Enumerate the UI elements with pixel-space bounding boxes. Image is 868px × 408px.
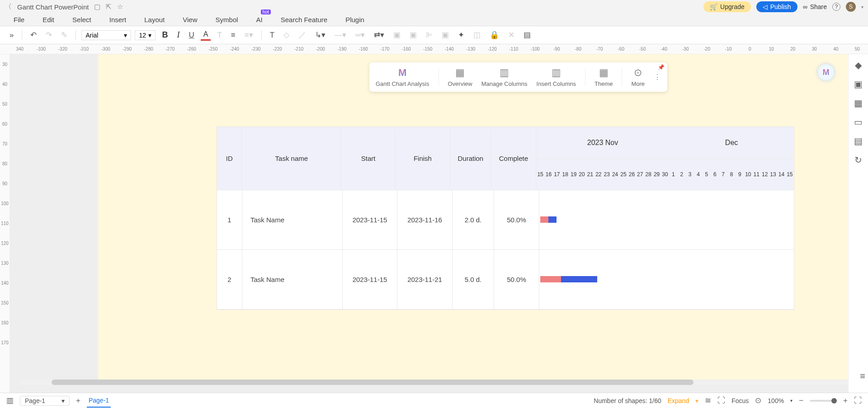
ctx-more[interactable]: ⊙More <box>631 67 645 87</box>
col-header-name[interactable]: Task name <box>242 127 341 190</box>
undo-icon[interactable]: ↶ <box>28 29 39 41</box>
zoom-chevron-icon[interactable]: ▾ <box>790 398 793 403</box>
font-color-button[interactable]: A <box>201 29 211 41</box>
edit-shape-icon[interactable]: ◫ <box>471 29 483 41</box>
share-button[interactable]: ∞Share <box>803 3 827 10</box>
page-tab[interactable]: Page-1 <box>87 394 111 408</box>
save-icon[interactable]: ▢ <box>94 3 100 11</box>
bold-button[interactable]: B <box>159 29 170 41</box>
font-family-select[interactable]: Arial▾ <box>81 30 131 40</box>
menu-search-feature[interactable]: Search Feature <box>281 16 327 23</box>
star-icon[interactable]: ☆ <box>117 3 123 11</box>
expand-panel-icon[interactable]: » <box>7 30 16 41</box>
italic-button[interactable]: I <box>174 29 182 41</box>
pages-panel-icon[interactable]: ▥ <box>6 396 14 405</box>
line-style-icon[interactable]: —▾ <box>332 29 349 41</box>
ai-assistant-badge[interactable]: M <box>818 64 834 80</box>
cell-finish[interactable]: 2023-11-21 <box>397 250 453 309</box>
cell-start[interactable]: 2023-11-15 <box>343 250 397 309</box>
line-weight-icon[interactable]: ═▾ <box>353 29 368 41</box>
gantt-chart[interactable]: ID Task name Start Finish Duration Compl… <box>217 127 794 310</box>
notes-icon[interactable]: ▤ <box>854 136 863 146</box>
shapes-library-icon[interactable]: ▣ <box>854 79 863 89</box>
bring-front-icon[interactable]: ▣ <box>391 29 403 41</box>
connector-icon[interactable]: ↳▾ <box>312 29 328 41</box>
cell-start[interactable]: 2023-11-15 <box>343 190 397 249</box>
focus-label[interactable]: Focus <box>731 397 749 404</box>
focus-mode-icon[interactable]: ⛶ <box>717 396 725 405</box>
redo-icon[interactable]: ↷ <box>43 29 55 41</box>
text-tool-icon[interactable]: T <box>267 30 277 41</box>
group-icon[interactable]: ▣ <box>439 29 452 41</box>
line-color-icon[interactable]: ／ <box>296 29 309 41</box>
expand-caret-icon[interactable]: ▾ <box>695 397 698 404</box>
ctx-overview[interactable]: ▦Overview <box>448 67 472 87</box>
menu-plugin[interactable]: Plugin <box>345 16 364 23</box>
presentation-icon[interactable]: ▭ <box>854 117 863 127</box>
effects-icon[interactable]: ✦ <box>455 29 467 41</box>
cell-duration[interactable]: 5.0 d. <box>453 250 494 309</box>
lock-icon[interactable]: 🔒 <box>487 29 502 41</box>
cell-name[interactable]: Task Name <box>242 190 343 249</box>
underline-button[interactable]: U <box>186 30 197 41</box>
align-objects-icon[interactable]: ⊫ <box>423 29 435 41</box>
format-painter-icon[interactable]: ✎ <box>58 29 70 41</box>
menu-file[interactable]: File <box>14 16 24 23</box>
cell-id[interactable]: 1 <box>217 190 242 249</box>
line-spacing-icon[interactable]: ≡▾ <box>242 29 256 41</box>
arrow-style-icon[interactable]: ⇄▾ <box>371 29 387 41</box>
canvas-page[interactable]: M 📌 MGantt Chart Analysis ▦Overview ▥Man… <box>98 54 858 380</box>
tools-icon[interactable]: ✕ <box>505 29 517 41</box>
cell-timeline[interactable] <box>539 190 794 249</box>
cell-id[interactable]: 2 <box>217 250 242 309</box>
gantt-bar[interactable] <box>540 276 597 282</box>
fullscreen-icon[interactable]: ⛶ <box>854 396 862 405</box>
history-icon[interactable]: ↻ <box>854 155 862 165</box>
menu-edit[interactable]: Edit <box>42 16 54 23</box>
ctx-manage-columns[interactable]: ▥Manage Columns <box>481 67 528 87</box>
cell-duration[interactable]: 2.0 d. <box>453 190 494 249</box>
zoom-in-icon[interactable]: + <box>843 396 848 405</box>
menu-insert[interactable]: Insert <box>109 16 127 23</box>
col-header-complete[interactable]: Complete <box>491 127 536 190</box>
zoom-out-icon[interactable]: − <box>799 396 803 405</box>
list-view-icon[interactable]: ≡ <box>860 371 865 381</box>
cell-name[interactable]: Task Name <box>242 250 343 309</box>
user-avatar[interactable]: S <box>846 2 856 12</box>
add-page-icon[interactable]: + <box>76 396 80 405</box>
zoom-value[interactable]: 100% <box>768 397 784 404</box>
page-select[interactable]: Page-1▾ <box>20 396 70 406</box>
cell-complete[interactable]: 50.0% <box>494 250 539 309</box>
gantt-row[interactable]: 1 Task Name 2023-11-15 2023-11-16 2.0 d.… <box>217 190 794 250</box>
menu-symbol[interactable]: Symbol <box>216 16 238 23</box>
align-icon[interactable]: ≡ <box>228 30 238 41</box>
page-setup-icon[interactable]: ▤ <box>521 29 533 41</box>
fill-icon[interactable]: ◇ <box>281 29 292 41</box>
horizontal-scrollbar[interactable] <box>20 380 848 385</box>
expand-button[interactable]: Expand <box>668 397 689 404</box>
ctx-gantt-analysis[interactable]: MGantt Chart Analysis <box>376 67 429 87</box>
scrollbar-thumb[interactable] <box>52 380 693 385</box>
menu-view[interactable]: View <box>183 16 197 23</box>
play-icon[interactable]: ⊙ <box>755 396 761 405</box>
text-case-icon[interactable]: T <box>214 30 224 41</box>
gantt-bar[interactable] <box>540 216 557 223</box>
send-back-icon[interactable]: ▣ <box>407 29 420 41</box>
cell-timeline[interactable] <box>539 250 794 309</box>
menu-layout[interactable]: Layout <box>144 16 165 23</box>
zoom-slider-thumb[interactable] <box>831 398 837 403</box>
col-header-start[interactable]: Start <box>341 127 396 190</box>
col-header-duration[interactable]: Duration <box>450 127 491 190</box>
ctx-insert-columns[interactable]: ▥Insert Columns <box>537 67 576 87</box>
menu-select[interactable]: Select <box>72 16 91 23</box>
back-icon[interactable]: 〈 <box>5 2 12 12</box>
zoom-slider[interactable] <box>810 400 837 402</box>
publish-button[interactable]: ◁Publish <box>756 1 797 12</box>
pin-icon[interactable]: 📌 <box>658 64 665 70</box>
export-icon[interactable]: ⇱ <box>106 3 112 11</box>
cell-complete[interactable]: 50.0% <box>494 190 539 249</box>
upgrade-button[interactable]: 🛒Upgrade <box>703 1 751 12</box>
col-header-finish[interactable]: Finish <box>396 127 450 190</box>
col-header-id[interactable]: ID <box>217 127 242 190</box>
help-icon[interactable]: ? <box>832 3 840 11</box>
